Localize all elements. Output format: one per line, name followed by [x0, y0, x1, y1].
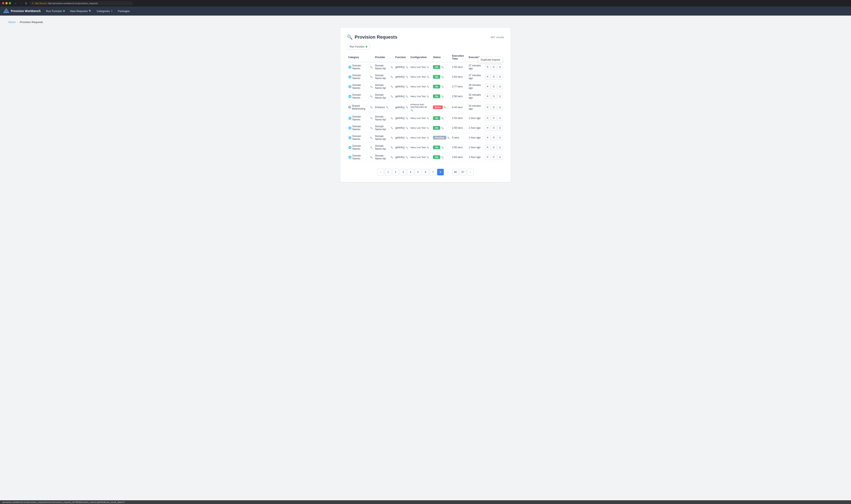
duplicate-button[interactable]: 🗓: [491, 125, 497, 130]
run-function-button[interactable]: Run Function: [347, 44, 370, 49]
pagination-page-67[interactable]: 67: [459, 169, 466, 175]
view-button[interactable]: 👁: [485, 105, 490, 110]
status-search-icon[interactable]: 🔍: [441, 76, 444, 78]
category-search-icon[interactable]: 🔍: [370, 76, 372, 78]
delete-button[interactable]: 🗑: [498, 64, 503, 70]
status-search-icon[interactable]: 🔍: [441, 86, 444, 88]
breadcrumb-home[interactable]: Home: [8, 21, 16, 24]
configuration-search-icon[interactable]: 🔍: [427, 117, 429, 119]
view-button[interactable]: 👁: [485, 125, 490, 130]
category-search-icon[interactable]: 🔍: [370, 137, 372, 139]
configuration-search-icon[interactable]: 🔍: [427, 146, 429, 149]
function-search-icon[interactable]: 🔍: [405, 137, 408, 139]
configuration-search-icon[interactable]: 🔍: [427, 76, 429, 78]
duplicate-button[interactable]: 🗓: [491, 64, 497, 70]
view-button[interactable]: 👁: [485, 115, 490, 121]
pagination-page-66[interactable]: 66: [452, 169, 459, 175]
category-search-icon[interactable]: 🔍: [370, 66, 372, 68]
category-search-icon[interactable]: 🔍: [370, 156, 372, 158]
pagination-page-6[interactable]: 6: [422, 169, 429, 175]
pagination-page-5[interactable]: 5: [415, 169, 421, 175]
category-search-icon[interactable]: 🔍: [370, 95, 372, 97]
status-search-icon[interactable]: 🔍: [447, 137, 450, 139]
provider-search-icon[interactable]: 🔍: [390, 66, 393, 68]
duplicate-button[interactable]: 🗓: [491, 115, 497, 121]
duplicate-button[interactable]: 🗓: [491, 105, 497, 110]
configuration-search-icon[interactable]: 🔍: [427, 95, 429, 97]
category-search-icon[interactable]: 🔍: [370, 86, 372, 88]
status-search-icon[interactable]: 🔍: [441, 156, 444, 158]
function-search-icon[interactable]: 🔍: [405, 117, 408, 119]
function-search-icon[interactable]: 🔍: [405, 86, 408, 88]
pagination-page-2[interactable]: 2: [392, 169, 399, 175]
delete-button[interactable]: 🗑: [498, 74, 503, 79]
function-search-icon[interactable]: 🔍: [405, 76, 408, 78]
duplicate-button[interactable]: 🗓: [491, 135, 497, 140]
function-search-icon[interactable]: 🔍: [405, 66, 408, 68]
pagination-page-7[interactable]: 7: [430, 169, 436, 175]
category-search-icon[interactable]: 🔍: [370, 106, 372, 108]
configuration-search-icon[interactable]: 🔍: [427, 66, 429, 68]
status-search-icon[interactable]: 🔍: [441, 117, 444, 119]
delete-button[interactable]: 🗑: [498, 125, 503, 130]
nav-forward-btn[interactable]: →: [19, 1, 23, 5]
function-search-icon[interactable]: 🔍: [405, 95, 408, 97]
duplicate-button[interactable]: 🗓: [491, 145, 497, 150]
provider-search-icon[interactable]: 🔍: [390, 137, 393, 139]
function-search-icon[interactable]: 🔍: [405, 146, 408, 149]
provider-search-icon[interactable]: 🔍: [390, 86, 393, 88]
function-search-icon[interactable]: 🔍: [405, 156, 408, 158]
category-search-icon[interactable]: 🔍: [370, 146, 372, 149]
delete-button[interactable]: 🗑: [498, 94, 503, 99]
pagination-page-1[interactable]: 1: [385, 169, 392, 175]
nav-packages[interactable]: Packages: [116, 8, 132, 14]
nav-view-requests[interactable]: View Requests 🔍: [68, 8, 94, 14]
nav-refresh-btn[interactable]: ↻: [24, 2, 28, 5]
status-search-icon[interactable]: 🔍: [444, 106, 446, 108]
delete-button[interactable]: 🗑: [498, 135, 503, 140]
configuration-search-icon[interactable]: 🔍: [427, 156, 429, 158]
configuration-search-icon[interactable]: 🔍: [427, 86, 429, 88]
provider-search-icon[interactable]: 🔍: [390, 156, 393, 158]
view-button[interactable]: 👁: [485, 135, 490, 140]
delete-button[interactable]: 🗑: [498, 105, 503, 110]
provider-search-icon[interactable]: 🔍: [390, 95, 393, 97]
delete-button[interactable]: 🗑: [498, 145, 503, 150]
category-search-icon[interactable]: 🔍: [370, 117, 372, 119]
nav-categories[interactable]: Categories ▼: [94, 8, 115, 14]
view-button[interactable]: 👁: [485, 94, 490, 99]
provider-search-icon[interactable]: 🔍: [390, 76, 393, 78]
configuration-search-icon[interactable]: 🔍: [427, 137, 429, 139]
view-button[interactable]: 👁: [485, 155, 490, 160]
pagination-page-4[interactable]: 4: [407, 169, 414, 175]
nav-run-function[interactable]: Run Function: [44, 8, 67, 14]
configuration-search-icon[interactable]: 🔍: [411, 109, 413, 111]
provider-search-icon[interactable]: 🔍: [386, 106, 388, 108]
pagination-prev[interactable]: ‹: [377, 169, 384, 175]
view-button[interactable]: 👁: [485, 64, 490, 70]
pagination-page-8[interactable]: 8: [437, 169, 444, 175]
delete-button[interactable]: 🗑: [498, 115, 503, 121]
delete-button[interactable]: 🗑: [498, 155, 503, 160]
delete-button[interactable]: 🗑: [498, 84, 503, 89]
view-button[interactable]: 👁: [485, 84, 490, 89]
view-button[interactable]: 👁: [485, 74, 490, 79]
nav-back-btn[interactable]: ←: [14, 1, 18, 5]
app-logo[interactable]: Provision Workbench: [3, 8, 41, 14]
status-search-icon[interactable]: 🔍: [441, 66, 444, 68]
duplicate-button[interactable]: 🗓: [491, 74, 497, 79]
view-button[interactable]: 👁: [485, 145, 490, 150]
configuration-search-icon[interactable]: 🔍: [427, 127, 429, 129]
duplicate-button[interactable]: 🗓: [491, 94, 497, 99]
status-search-icon[interactable]: 🔍: [441, 127, 444, 129]
duplicate-button[interactable]: 🗓: [491, 155, 497, 160]
provider-search-icon[interactable]: 🔍: [390, 127, 393, 129]
function-search-icon[interactable]: 🔍: [405, 127, 408, 129]
category-search-icon[interactable]: 🔍: [370, 127, 372, 129]
status-search-icon[interactable]: 🔍: [441, 146, 444, 149]
pagination-next[interactable]: ›: [467, 169, 474, 175]
url-bar[interactable]: http://provision-workbench.loc/provision…: [48, 2, 98, 4]
function-search-icon[interactable]: 🔍: [405, 106, 408, 108]
provider-search-icon[interactable]: 🔍: [390, 146, 393, 149]
provider-search-icon[interactable]: 🔍: [390, 117, 393, 119]
